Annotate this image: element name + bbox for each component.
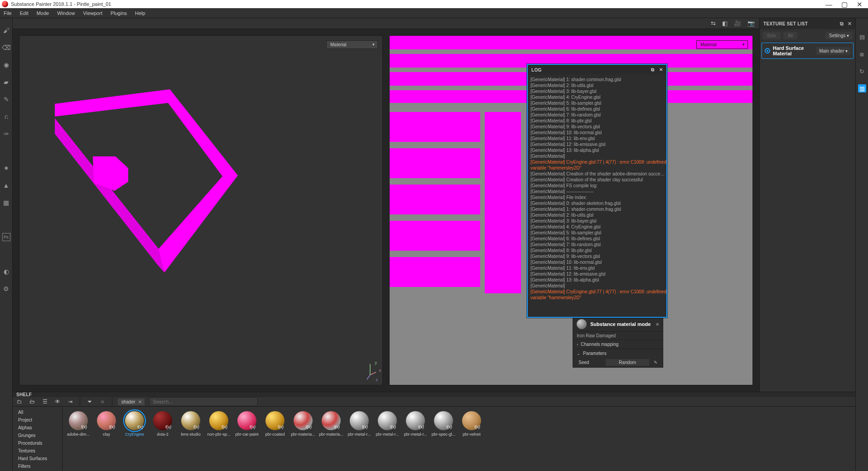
eraser-tool-icon[interactable]: ⌫ (2, 44, 10, 52)
shelf-category[interactable]: Filters (13, 462, 62, 470)
menu-file[interactable]: File (4, 10, 12, 16)
log-body[interactable]: [GenericMaterial] 1: shader-common.frag.… (528, 75, 666, 317)
window-title: Substance Painter 2018.1.1 - Pintle_pain… (11, 1, 111, 7)
shelf-item[interactable]: f(x)CryEngine (123, 411, 146, 467)
fx-badge: f(x) (446, 425, 452, 429)
screenshot-icon[interactable]: 📷 (747, 20, 756, 27)
shelf-category[interactable]: All (13, 408, 62, 416)
shader-preview-sphere-icon: f(x) (181, 411, 200, 430)
shelf-item[interactable]: f(x)non-pbr-sp... (207, 411, 230, 467)
menu-mode[interactable]: Mode (37, 10, 49, 16)
log-line: [GenericMaterial] 3: lib-bayer.glsl (530, 218, 666, 224)
texture-set-list-tab-icon[interactable]: ▤ (858, 33, 866, 41)
shelf-category[interactable]: Grunges (13, 432, 62, 439)
tab-all[interactable]: All (783, 32, 797, 39)
window-close-button[interactable]: ✕ (857, 1, 863, 8)
shader-preview-sphere-icon: f(x) (406, 411, 425, 430)
log-popout-icon[interactable]: ⧉ (651, 67, 654, 73)
shelf-item[interactable]: f(x)pbr-car-paint (236, 411, 258, 467)
camera-icon[interactable]: 🎥 (733, 20, 742, 27)
menu-plugins[interactable]: Plugins (111, 10, 127, 16)
menu-edit[interactable]: Edit (20, 10, 29, 16)
shelf-category[interactable]: Project (13, 416, 62, 424)
window-minimize-button[interactable]: — (825, 1, 832, 8)
grid-icon[interactable]: ▦ (2, 199, 10, 207)
iray-icon[interactable]: ◐ (2, 267, 10, 276)
shelf-item[interactable]: f(x)clay (95, 411, 118, 467)
shelf-item[interactable]: f(x)pbr-materia... (292, 411, 314, 467)
material-shader-dropdown[interactable]: Main shader ▾ (816, 47, 850, 55)
shelf-filter-icon[interactable]: ⏷ (86, 398, 94, 406)
right-panel: TEXTURE SET LIST ⧉ ✕ Solo All Settings ▾… (759, 18, 855, 392)
log-line: [GenericMaterial] 9: lib-vectors.glsl (530, 253, 666, 259)
menu-window[interactable]: Window (57, 10, 75, 16)
panel-popout-icon[interactable]: ⧉ (840, 21, 844, 27)
clone-tool-icon[interactable]: ⎌ (2, 112, 10, 121)
layers-tab-icon[interactable]: ≣ (858, 50, 866, 58)
material-channel-dropdown-2d[interactable]: Material (696, 40, 748, 49)
channels-mapping-section[interactable]: Channels mapping (581, 342, 618, 347)
shelf-list-icon[interactable]: ☰ (41, 398, 49, 406)
shelf-item[interactable]: f(x)pbr-metal-r... (376, 411, 399, 467)
shelf-item[interactable]: f(x)pbr-metal-r... (348, 411, 371, 467)
material-active-radio[interactable] (765, 48, 770, 53)
shader-preview-sphere-icon: f(x) (350, 411, 369, 430)
log-line: [GenericMaterial] Creation of the shader… (530, 171, 666, 177)
log-tab-icon[interactable]: ▥ (858, 84, 866, 92)
projection-tool-icon[interactable]: ◉ (2, 61, 10, 69)
shelf-item[interactable]: f(x)pbr-materia... (320, 411, 342, 467)
smudge-tool-icon[interactable]: ✎ (2, 95, 10, 103)
shelf-folder-icon[interactable]: 🗀 (15, 398, 24, 406)
shelf-category[interactable]: Textures (13, 447, 62, 455)
menu-viewport[interactable]: Viewport (83, 10, 102, 16)
shelf-tag-icon[interactable]: ○ (98, 398, 106, 406)
shelf-item-label: pbr-car-paint (235, 432, 258, 437)
settings-gear-icon[interactable]: ⚙ (2, 285, 10, 293)
picker-tool-icon[interactable]: ✑ (2, 130, 10, 138)
chevron-down-icon[interactable]: ⌄ (577, 351, 580, 356)
shelf-search-input[interactable] (149, 397, 258, 406)
properties-close-icon[interactable]: ✕ (656, 322, 659, 327)
shader-preview-sphere-icon: f(x) (97, 411, 116, 430)
shelf-item[interactable]: f(x)pbr-spec-gl... (432, 411, 455, 467)
geometry-mask-icon[interactable]: ✷ (2, 164, 10, 172)
shelf-import-icon[interactable]: ⇥ (66, 398, 74, 406)
shelf-item[interactable]: f(x)pbr-coated (264, 411, 286, 467)
menu-help[interactable]: Help (135, 10, 145, 16)
parameters-section[interactable]: Parameters (583, 351, 607, 356)
svg-line-4 (370, 372, 376, 375)
baking-icon[interactable]: ▲ (2, 181, 10, 189)
shelf-newfolder-icon[interactable]: 🗁 (28, 398, 36, 406)
panel-close-icon[interactable]: ✕ (848, 21, 852, 27)
window-maximize-button[interactable]: ▢ (841, 1, 848, 8)
shelf-filter-chip-remove-icon[interactable]: ✕ (138, 399, 142, 404)
shelf-item[interactable]: f(x)dota-2 (151, 411, 174, 467)
symmetry-icon[interactable]: ⇆ (710, 20, 717, 27)
texture-set-settings-dropdown[interactable]: Settings ▾ (825, 32, 853, 39)
shelf-category[interactable]: Alphas (13, 424, 62, 432)
viewport-3d[interactable]: Material y x z (19, 35, 383, 385)
material-name[interactable]: Hard Surface Material (773, 45, 814, 56)
shelf-item-label: adobe-dim... (67, 432, 90, 437)
perspective-icon[interactable]: ◧ (721, 20, 728, 27)
shelf-item[interactable]: f(x)lens-studio (179, 411, 202, 467)
shelf-category[interactable]: Procedurals (13, 439, 62, 447)
shelf-category[interactable]: Hard Surfaces (13, 455, 62, 462)
log-line: [GenericMaterial] 7: lib-random.glsl (530, 112, 666, 118)
shelf-filter-chip[interactable]: shader ✕ (118, 398, 145, 405)
seed-value-button[interactable]: Random (606, 359, 649, 366)
shelf-item[interactable]: f(x)pbr-velvet (460, 411, 483, 467)
chevron-right-icon[interactable]: › (577, 342, 578, 347)
shelf-item[interactable]: f(x)pbr-metal-r... (404, 411, 427, 467)
edit-seed-icon[interactable]: ✎ (654, 360, 657, 365)
shelf-eye-icon[interactable]: 👁 (53, 398, 62, 406)
shelf-item-label: pbr-metal-r... (376, 432, 399, 437)
shelf-item[interactable]: f(x)adobe-dim... (67, 411, 90, 467)
shader-preview-sphere-icon: f(x) (322, 411, 341, 430)
log-close-icon[interactable]: ✕ (659, 67, 663, 73)
history-tab-icon[interactable]: ↻ (858, 67, 866, 75)
photoshop-export-icon[interactable]: Ps (2, 233, 10, 241)
polygon-fill-tool-icon[interactable]: ▰ (2, 78, 10, 86)
brush-tool-icon[interactable]: 🖌 (2, 26, 10, 34)
tab-solo[interactable]: Solo (762, 32, 781, 39)
